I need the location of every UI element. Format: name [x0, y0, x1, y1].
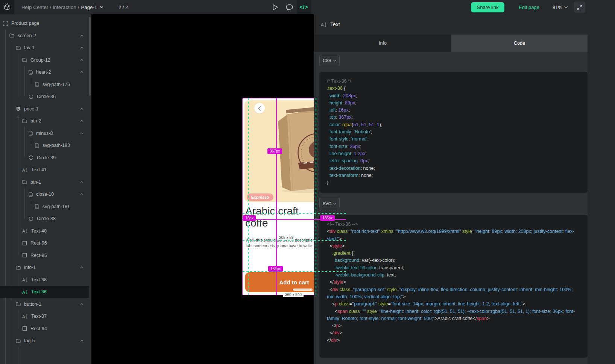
layer-label: Text-41: [31, 167, 47, 172]
home-indicator: [293, 288, 313, 291]
svg-text:A: A: [22, 314, 25, 319]
back-button[interactable]: [254, 103, 265, 113]
layer-label: fav-1: [24, 45, 35, 50]
layer-label: svg-path-176: [43, 82, 70, 87]
chevron-up-icon[interactable]: [80, 120, 84, 122]
screen-size-label: 360 x 640: [283, 292, 304, 297]
chevron-up-icon[interactable]: [80, 181, 84, 183]
layer-label: Circle-38: [37, 216, 56, 221]
layer-row-rect-96[interactable]: Rect-96: [0, 237, 89, 249]
layer-label: Circle-39: [37, 155, 56, 160]
layer-row-circle-38[interactable]: Circle-38: [0, 213, 89, 225]
layer-row-group-12[interactable]: Group-12: [0, 54, 89, 66]
layer-row-text-38[interactable]: AText-38: [0, 274, 89, 286]
layer-label: tag-5: [24, 338, 35, 343]
measure-label-bottom: 184px: [268, 266, 283, 272]
layer-row-text-40[interactable]: AText-40: [0, 225, 89, 237]
tab-info[interactable]: Info: [314, 35, 451, 52]
guide-line-vertical-left: [248, 98, 249, 295]
svg-text:A: A: [22, 277, 25, 282]
chevron-up-icon[interactable]: [80, 35, 84, 37]
product-tag-badge: Expresso: [247, 193, 273, 201]
layer-row-rect-95[interactable]: Rect-95: [0, 249, 89, 261]
inspector-panel: A Text Info Code CSS /* Text-36 */.text-…: [314, 14, 615, 364]
layer-row-screen-2[interactable]: screen-2: [0, 30, 89, 42]
code-mode-button[interactable]: </>: [297, 0, 311, 14]
layer-row-button-1[interactable]: button-1: [0, 298, 89, 310]
layer-row-info-1[interactable]: info-1: [0, 261, 89, 273]
layer-label: button-1: [24, 302, 41, 307]
folder-icon: [22, 58, 27, 62]
layer-row-btn-1[interactable]: btn-1: [0, 176, 89, 188]
rect-icon: [22, 253, 27, 258]
breadcrumb-current-page: Page-1: [81, 5, 97, 10]
folder-icon: [22, 119, 27, 123]
layer-row-svg-path-181[interactable]: svg-path-181: [0, 201, 89, 213]
layer-label: Rect-96: [30, 240, 47, 246]
app-logo[interactable]: [0, 0, 14, 14]
layer-row-minus-8[interactable]: minus-8: [0, 127, 89, 139]
breadcrumb[interactable]: Help Center / Interaction / Page-1: [21, 0, 103, 14]
chevron-down-icon[interactable]: [100, 6, 103, 8]
layer-row-svg-path-176[interactable]: svg-path-176: [0, 79, 89, 91]
layer-row-text-37[interactable]: AText-37: [0, 310, 89, 322]
layer-row-fav-1[interactable]: fav-1: [0, 42, 89, 54]
layer-label: Circle-36: [37, 94, 56, 99]
play-icon: [272, 4, 278, 11]
logo-icon: [3, 3, 11, 11]
folder-icon: [16, 302, 21, 306]
fullscreen-icon: [577, 5, 582, 10]
text-icon: A: [22, 290, 28, 295]
product-title: Arabic craft coffe: [245, 205, 319, 229]
comment-button[interactable]: [282, 0, 296, 14]
play-button[interactable]: [268, 0, 282, 14]
measure-label-top: 367px: [267, 148, 282, 154]
fullscreen-button[interactable]: [574, 2, 585, 13]
svg-code-block: <!-- Text-36 --><div class="root rich-te…: [319, 215, 588, 358]
selection-size-label: 208 x 89: [277, 235, 295, 240]
zoom-level-control[interactable]: 81%: [553, 0, 568, 14]
layer-row-circle-36[interactable]: Circle-36: [0, 91, 89, 103]
svg-text:A: A: [321, 22, 324, 27]
chevron-up-icon[interactable]: [80, 303, 84, 305]
layer-row-close-10[interactable]: close-10: [0, 188, 89, 200]
inspector-tabs: Info Code: [314, 35, 615, 52]
layer-row-btn-2[interactable]: btn-2: [0, 115, 89, 127]
chevron-up-icon[interactable]: [80, 266, 84, 269]
layer-row-text-41[interactable]: AText-41: [0, 164, 89, 176]
layer-row-heart-2[interactable]: heart-2: [0, 66, 89, 78]
layer-label: Text-37: [31, 314, 47, 319]
rect-icon: [22, 241, 27, 246]
layer-row-price-1[interactable]: price-1: [0, 103, 89, 115]
file-icon: [29, 131, 33, 136]
layer-row-rect-94[interactable]: Rect-94: [0, 323, 89, 335]
circle-icon: [29, 94, 33, 99]
layer-row-product page[interactable]: Product page: [0, 17, 89, 29]
tab-code[interactable]: Code: [451, 35, 588, 52]
chevron-up-icon[interactable]: [80, 193, 84, 195]
layer-label: svg-path-183: [43, 143, 70, 148]
chevron-up-icon[interactable]: [80, 59, 84, 61]
chevron-up-icon[interactable]: [80, 108, 84, 110]
chevron-up-icon[interactable]: [80, 71, 84, 73]
file-icon: [35, 204, 39, 209]
edit-page-link[interactable]: Edit page: [519, 0, 539, 14]
css-code-block: /* Text-36 */.text-36 { width: 208px; he…: [319, 72, 588, 193]
layer-row-tag-5[interactable]: tag-5: [0, 335, 89, 347]
share-link-button[interactable]: Share link: [471, 2, 504, 12]
chevron-up-icon[interactable]: [80, 340, 84, 342]
file-icon: [35, 82, 39, 87]
layer-row-svg-path-183[interactable]: svg-path-183: [0, 139, 89, 151]
layer-row-circle-39[interactable]: Circle-39: [0, 152, 89, 164]
sidebar-scrollbar[interactable]: [89, 17, 91, 96]
layer-label: Text-40: [31, 228, 47, 234]
chevron-up-icon[interactable]: [80, 47, 84, 49]
css-format-dropdown[interactable]: CSS: [319, 55, 340, 66]
design-canvas[interactable]: Expresso Arabic craft coffe 16.5€ − 2 + …: [91, 14, 314, 364]
svg-text:A: A: [22, 290, 25, 295]
zoom-level-value: 81%: [553, 5, 562, 10]
layer-row-text-36[interactable]: AText-36: [0, 286, 89, 298]
layer-label: info-1: [24, 265, 36, 270]
chevron-up-icon[interactable]: [80, 132, 84, 134]
svg-format-dropdown[interactable]: SVG: [319, 198, 340, 209]
